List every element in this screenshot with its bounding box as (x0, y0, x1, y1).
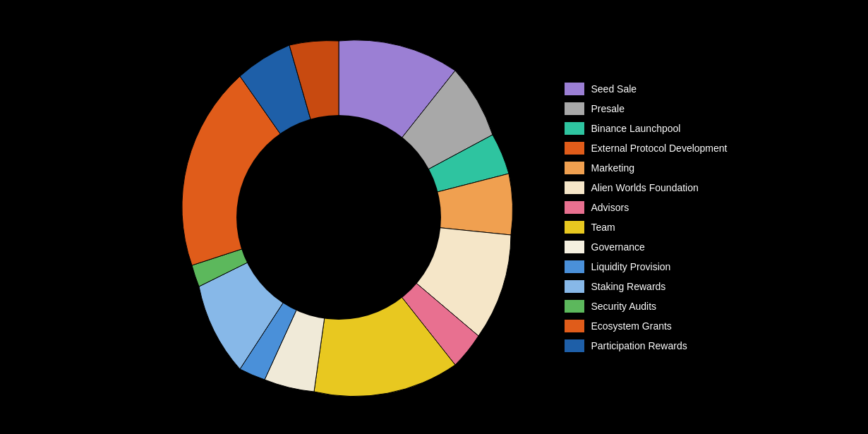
legend-color-swatch (565, 102, 584, 115)
legend-label-text: Team (591, 222, 615, 233)
legend-item: Staking Rewards (565, 280, 728, 293)
legend-color-swatch (565, 280, 584, 293)
legend-color-swatch (565, 162, 584, 174)
legend-label-text: Ecosystem Grants (591, 320, 672, 332)
legend-item: Advisors (565, 201, 728, 214)
legend-color-swatch (565, 83, 584, 95)
legend-item: Presale (565, 102, 728, 115)
legend-color-swatch (565, 320, 584, 332)
legend-label-text: External Protocol Development (591, 143, 728, 154)
legend-color-swatch (565, 221, 584, 234)
legend-item: Seed Sale (565, 83, 728, 95)
legend-item: Marketing (565, 162, 728, 174)
legend-item: Participation Rewards (565, 339, 728, 352)
legend-label-text: Binance Launchpool (591, 123, 681, 134)
legend-label-text: Alien Worlds Foundation (591, 182, 699, 193)
legend-item: Governance (565, 241, 728, 253)
legend-color-swatch (565, 122, 584, 135)
legend-label-text: Participation Rewards (591, 340, 687, 351)
legend-label-text: Security Audits (591, 301, 657, 312)
legend-item: External Protocol Development (565, 142, 728, 155)
legend-label-text: Governance (591, 241, 645, 253)
legend-color-swatch (565, 300, 584, 313)
legend-color-swatch (565, 241, 584, 253)
legend-label-text: Presale (591, 103, 625, 114)
legend-color-swatch (565, 339, 584, 352)
legend-item: Binance Launchpool (565, 122, 728, 135)
donut-chart (141, 20, 536, 415)
legend-item: Team (565, 221, 728, 234)
legend-color-swatch (565, 142, 584, 155)
chart-container: Seed SalePresaleBinance LaunchpoolExtern… (0, 0, 868, 434)
legend-label-text: Liquidity Provision (591, 261, 671, 272)
legend-label-text: Seed Sale (591, 83, 637, 95)
legend-item: Ecosystem Grants (565, 320, 728, 332)
legend-item: Security Audits (565, 300, 728, 313)
legend-label-text: Marketing (591, 162, 634, 174)
legend-color-swatch (565, 260, 584, 273)
legend-item: Liquidity Provision (565, 260, 728, 273)
legend-label-text: Staking Rewards (591, 281, 666, 292)
legend-color-swatch (565, 201, 584, 214)
legend-label-text: Advisors (591, 202, 629, 213)
legend-color-swatch (565, 181, 584, 194)
svg-point-0 (236, 115, 441, 320)
chart-legend: Seed SalePresaleBinance LaunchpoolExtern… (565, 83, 728, 352)
legend-item: Alien Worlds Foundation (565, 181, 728, 194)
